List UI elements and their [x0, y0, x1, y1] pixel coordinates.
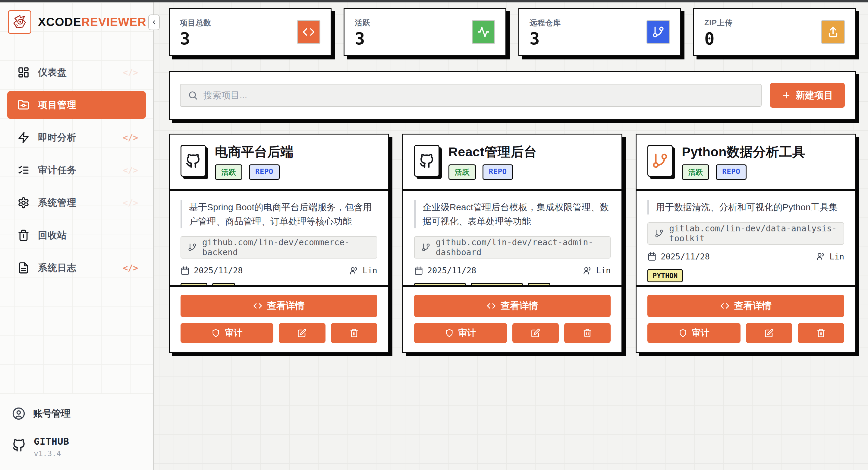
delete-button[interactable]	[798, 323, 844, 343]
project-card-footer: 查看详情 审计	[170, 287, 388, 352]
app-logo	[8, 10, 31, 34]
code-icon	[720, 301, 730, 311]
meta-row: 2025/11/28 Lin	[647, 252, 844, 261]
sidebar-item-audit-tasks[interactable]: 审计任务 </>	[7, 156, 146, 184]
project-title: React管理后台	[448, 145, 537, 159]
status-badge: 活跃	[215, 165, 242, 180]
project-card-footer: 查看详情 审计	[403, 287, 622, 352]
delete-button[interactable]	[564, 323, 611, 343]
code-mark-icon: </>	[123, 198, 138, 208]
audit-label: 审计	[225, 327, 242, 339]
view-details-label: 查看详情	[734, 299, 772, 312]
top-accent-bar	[0, 0, 868, 2]
project-title: 电商平台后端	[215, 145, 293, 159]
repo-badge: REPO	[483, 165, 513, 180]
view-details-button[interactable]: 查看详情	[414, 295, 611, 317]
sidebar-item-system-management[interactable]: 系统管理 </>	[7, 189, 146, 216]
audit-label: 审计	[458, 327, 476, 339]
brand-part-black: XCODE	[38, 16, 82, 28]
meta-row: 2025/11/28 Lin	[181, 266, 377, 275]
tag-row: JAVA SQL	[181, 283, 377, 285]
code-icon	[302, 26, 315, 38]
view-details-label: 查看详情	[267, 299, 304, 312]
project-card-python-toolkit: Python数据分析工具 活跃 REPO 用于数据清洗、分析和可视化的Pytho…	[636, 134, 856, 353]
repo-url[interactable]: gitlab.com/lin-dev/data-analysis-toolkit	[647, 222, 844, 245]
sidebar-item-projects[interactable]: 项目管理	[7, 91, 146, 119]
edit-button[interactable]	[746, 323, 792, 343]
trash-icon	[18, 229, 30, 241]
activity-icon-box	[472, 20, 495, 44]
upload-icon-box	[821, 20, 845, 44]
new-project-button[interactable]: 新建项目	[770, 83, 845, 108]
project-source-icon-box	[181, 145, 206, 177]
account-management[interactable]: 账号管理	[8, 407, 146, 420]
shield-icon	[445, 329, 454, 337]
calendar-icon	[414, 266, 423, 275]
stat-active: 活跃 3	[344, 8, 506, 56]
brand-block: XCODEREVIEWER	[0, 2, 153, 40]
project-card-header: React管理后台 活跃 REPO	[403, 135, 622, 189]
repo-url[interactable]: github.com/lin-dev/react-admin-dashboard	[414, 236, 611, 259]
gear-icon	[18, 197, 30, 209]
sidebar-item-recycle-bin[interactable]: 回收站	[7, 222, 146, 249]
search-toolbar: 新建项目	[169, 71, 856, 120]
edit-button[interactable]	[279, 323, 325, 343]
git-branch-icon	[421, 243, 430, 252]
audit-label: 审计	[692, 327, 710, 339]
tag-row: PYTHON	[647, 269, 844, 282]
project-card-react-admin: React管理后台 活跃 REPO 企业级React管理后台模板，集成权限管理、…	[402, 134, 623, 353]
project-source-icon-box	[647, 145, 673, 177]
language-tag: JAVASCRIPT	[471, 283, 523, 285]
meta-row: 2025/11/28 Lin	[414, 266, 611, 275]
dashboard-icon	[18, 66, 30, 79]
brand-part-orange: REVIEWER	[82, 16, 147, 28]
view-details-button[interactable]: 查看详情	[647, 295, 844, 317]
audit-button[interactable]: 审计	[181, 323, 273, 343]
users-icon	[349, 266, 358, 275]
shield-icon	[679, 329, 687, 337]
language-tag: TYPESCRIPT	[414, 283, 466, 285]
sidebar-bottom-section: 账号管理 GITHUB v1.3.4	[0, 394, 153, 470]
stat-total-projects: 项目总数 3	[169, 8, 332, 56]
stat-remote-repos: 远程仓库 3	[518, 8, 681, 56]
users-icon	[583, 266, 592, 275]
stats-row: 项目总数 3 活跃 3 远程仓库 3	[169, 8, 856, 56]
project-card-body: 企业级React管理后台模板，集成权限管理、数据可视化、表单处理等功能 gith…	[403, 190, 622, 285]
view-details-button[interactable]: 查看详情	[181, 295, 377, 317]
calendar-icon	[647, 252, 656, 261]
upload-icon	[827, 26, 839, 38]
code-mark-icon: </>	[123, 165, 138, 175]
project-date: 2025/11/28	[427, 266, 476, 275]
sidebar-item-label: 即时分析	[38, 131, 76, 144]
file-text-icon	[18, 262, 30, 274]
audit-button[interactable]: 审计	[647, 323, 740, 343]
project-description: 用于数据清洗、分析和可视化的Python工具集	[647, 200, 844, 214]
sidebar-item-label: 项目管理	[38, 99, 76, 111]
sidebar-collapse-button[interactable]	[148, 14, 160, 30]
calendar-icon	[181, 266, 190, 275]
zap-icon	[18, 131, 30, 144]
sidebar-item-system-logs[interactable]: 系统日志 </>	[7, 254, 146, 282]
language-tag: PYTHON	[647, 269, 683, 282]
chevron-left-icon	[151, 19, 157, 26]
fox-logo-icon	[11, 14, 28, 30]
repo-url[interactable]: github.com/lin-dev/ecommerce-backend	[181, 236, 377, 259]
sidebar-item-dashboard[interactable]: 仪表盘 </>	[7, 59, 146, 86]
search-input[interactable]	[204, 90, 754, 100]
badge-row: 活跃 REPO	[448, 165, 537, 180]
language-tag: JAVA	[181, 283, 207, 285]
sidebar-item-instant-analysis[interactable]: 即时分析 </>	[7, 124, 146, 151]
github-icon	[185, 152, 202, 169]
audit-button[interactable]: 审计	[414, 323, 507, 343]
user-circle-icon	[12, 407, 25, 420]
account-label: 账号管理	[33, 407, 70, 420]
delete-button[interactable]	[331, 323, 377, 343]
sidebar-item-label: 系统日志	[38, 262, 76, 274]
edit-button[interactable]	[513, 323, 559, 343]
code-mark-icon: </>	[123, 133, 138, 143]
project-card-header: Python数据分析工具 活跃 REPO	[637, 135, 855, 189]
stat-zip-uploads: ZIP上传 0	[693, 8, 856, 56]
project-card-ecommerce: 电商平台后端 活跃 REPO 基于Spring Boot的电商平台后端服务，包含…	[169, 134, 389, 353]
activity-icon	[477, 26, 490, 38]
sidebar-item-label: 回收站	[38, 229, 67, 242]
